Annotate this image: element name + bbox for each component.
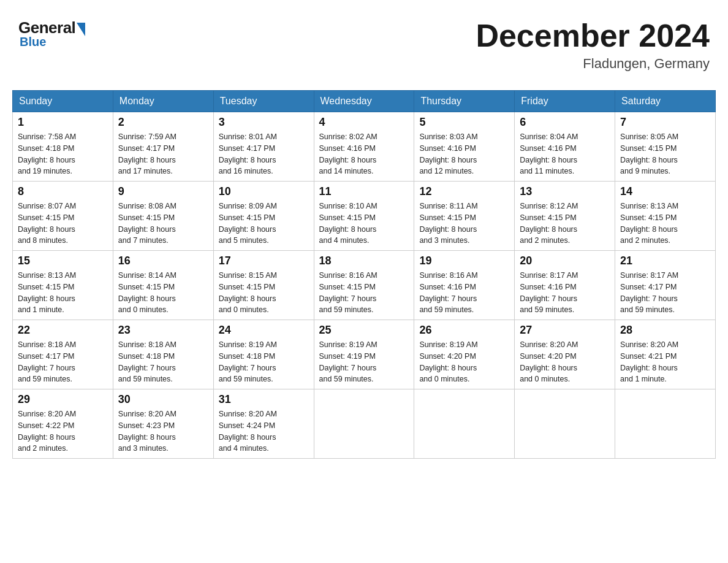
day-info: Sunrise: 8:20 AMSunset: 4:21 PMDaylight:… [620, 339, 710, 385]
calendar-cell: 2Sunrise: 7:59 AMSunset: 4:17 PMDaylight… [113, 112, 213, 182]
day-number: 18 [319, 255, 409, 267]
calendar-cell: 14Sunrise: 8:13 AMSunset: 4:15 PMDayligh… [615, 182, 716, 251]
calendar-cell: 29Sunrise: 8:20 AMSunset: 4:22 PMDayligh… [13, 389, 113, 459]
day-number: 28 [620, 324, 710, 337]
day-number: 2 [118, 116, 208, 129]
day-info: Sunrise: 8:13 AMSunset: 4:15 PMDaylight:… [620, 201, 710, 247]
day-number: 21 [620, 255, 710, 267]
week-row: 8Sunrise: 8:07 AMSunset: 4:15 PMDaylight… [13, 182, 716, 251]
day-of-week-header: Saturday [615, 91, 716, 112]
calendar-cell: 26Sunrise: 8:19 AMSunset: 4:20 PMDayligh… [414, 320, 515, 389]
day-info: Sunrise: 8:08 AMSunset: 4:15 PMDaylight:… [118, 201, 208, 247]
week-row: 15Sunrise: 8:13 AMSunset: 4:15 PMDayligh… [13, 251, 716, 320]
day-info: Sunrise: 8:19 AMSunset: 4:20 PMDaylight:… [419, 339, 509, 385]
logo-triangle-icon [77, 23, 85, 36]
day-number: 19 [419, 255, 509, 267]
day-number: 30 [118, 393, 208, 406]
day-info: Sunrise: 8:07 AMSunset: 4:15 PMDaylight:… [18, 201, 108, 247]
calendar-cell: 9Sunrise: 8:08 AMSunset: 4:15 PMDaylight… [113, 182, 213, 251]
calendar-cell: 12Sunrise: 8:11 AMSunset: 4:15 PMDayligh… [414, 182, 515, 251]
day-info: Sunrise: 8:02 AMSunset: 4:16 PMDaylight:… [319, 131, 409, 177]
calendar-table: SundayMondayTuesdayWednesdayThursdayFrid… [12, 90, 716, 459]
day-info: Sunrise: 8:01 AMSunset: 4:17 PMDaylight:… [219, 131, 309, 177]
location-title: Fladungen, Germany [476, 56, 710, 72]
day-number: 10 [219, 185, 309, 198]
calendar-cell: 16Sunrise: 8:14 AMSunset: 4:15 PMDayligh… [113, 251, 213, 320]
day-number: 17 [219, 255, 309, 267]
calendar-cell: 3Sunrise: 8:01 AMSunset: 4:17 PMDaylight… [213, 112, 314, 182]
day-of-week-header: Monday [113, 91, 213, 112]
calendar-cell: 5Sunrise: 8:03 AMSunset: 4:16 PMDaylight… [414, 112, 515, 182]
day-info: Sunrise: 7:59 AMSunset: 4:17 PMDaylight:… [118, 131, 208, 177]
calendar-cell: 15Sunrise: 8:13 AMSunset: 4:15 PMDayligh… [13, 251, 113, 320]
month-title: December 2024 [476, 18, 710, 53]
calendar-cell: 31Sunrise: 8:20 AMSunset: 4:24 PMDayligh… [213, 389, 314, 459]
calendar-cell: 24Sunrise: 8:19 AMSunset: 4:18 PMDayligh… [213, 320, 314, 389]
calendar-cell: 27Sunrise: 8:20 AMSunset: 4:20 PMDayligh… [515, 320, 615, 389]
day-info: Sunrise: 8:19 AMSunset: 4:19 PMDaylight:… [319, 339, 409, 385]
day-number: 11 [319, 185, 409, 198]
day-info: Sunrise: 8:20 AMSunset: 4:24 PMDaylight:… [219, 408, 309, 454]
page-header: General Blue December 2024 Fladungen, Ge… [12, 12, 716, 78]
day-info: Sunrise: 8:16 AMSunset: 4:16 PMDaylight:… [419, 270, 509, 316]
day-of-week-header: Wednesday [314, 91, 414, 112]
day-number: 20 [520, 255, 610, 267]
day-info: Sunrise: 8:12 AMSunset: 4:15 PMDaylight:… [520, 201, 610, 247]
calendar-cell: 22Sunrise: 8:18 AMSunset: 4:17 PMDayligh… [13, 320, 113, 389]
day-number: 12 [419, 185, 509, 198]
calendar-cell [615, 389, 716, 459]
day-info: Sunrise: 8:14 AMSunset: 4:15 PMDaylight:… [118, 270, 208, 316]
day-number: 5 [419, 116, 509, 129]
day-number: 23 [118, 324, 208, 337]
day-info: Sunrise: 8:10 AMSunset: 4:15 PMDaylight:… [319, 201, 409, 247]
day-number: 3 [219, 116, 309, 129]
logo: General Blue [18, 18, 88, 49]
day-number: 24 [219, 324, 309, 337]
days-of-week-row: SundayMondayTuesdayWednesdayThursdayFrid… [13, 91, 716, 112]
calendar-cell: 19Sunrise: 8:16 AMSunset: 4:16 PMDayligh… [414, 251, 515, 320]
day-of-week-header: Tuesday [213, 91, 314, 112]
day-info: Sunrise: 8:20 AMSunset: 4:20 PMDaylight:… [520, 339, 610, 385]
calendar-cell: 10Sunrise: 8:09 AMSunset: 4:15 PMDayligh… [213, 182, 314, 251]
day-number: 1 [18, 116, 108, 129]
day-number: 27 [520, 324, 610, 337]
title-area: December 2024 Fladungen, Germany [476, 18, 710, 72]
day-number: 16 [118, 255, 208, 267]
day-number: 14 [620, 185, 710, 198]
logo-bottom-text: Blue [20, 35, 46, 49]
day-number: 8 [18, 185, 108, 198]
day-info: Sunrise: 8:03 AMSunset: 4:16 PMDaylight:… [419, 131, 509, 177]
calendar-cell [414, 389, 515, 459]
day-number: 7 [620, 116, 710, 129]
week-row: 22Sunrise: 8:18 AMSunset: 4:17 PMDayligh… [13, 320, 716, 389]
calendar-cell: 7Sunrise: 8:05 AMSunset: 4:15 PMDaylight… [615, 112, 716, 182]
day-number: 25 [319, 324, 409, 337]
calendar-cell: 30Sunrise: 8:20 AMSunset: 4:23 PMDayligh… [113, 389, 213, 459]
day-number: 26 [419, 324, 509, 337]
day-info: Sunrise: 8:20 AMSunset: 4:23 PMDaylight:… [118, 408, 208, 454]
day-info: Sunrise: 8:20 AMSunset: 4:22 PMDaylight:… [18, 408, 108, 454]
day-info: Sunrise: 8:16 AMSunset: 4:15 PMDaylight:… [319, 270, 409, 316]
day-number: 9 [118, 185, 208, 198]
calendar-cell: 8Sunrise: 8:07 AMSunset: 4:15 PMDaylight… [13, 182, 113, 251]
day-number: 13 [520, 185, 610, 198]
day-number: 29 [18, 393, 108, 406]
day-of-week-header: Thursday [414, 91, 515, 112]
day-of-week-header: Sunday [13, 91, 113, 112]
day-of-week-header: Friday [515, 91, 615, 112]
day-info: Sunrise: 8:15 AMSunset: 4:15 PMDaylight:… [219, 270, 309, 316]
day-number: 22 [18, 324, 108, 337]
calendar-cell: 1Sunrise: 7:58 AMSunset: 4:18 PMDaylight… [13, 112, 113, 182]
week-row: 1Sunrise: 7:58 AMSunset: 4:18 PMDaylight… [13, 112, 716, 182]
day-info: Sunrise: 8:13 AMSunset: 4:15 PMDaylight:… [18, 270, 108, 316]
day-info: Sunrise: 8:19 AMSunset: 4:18 PMDaylight:… [219, 339, 309, 385]
day-info: Sunrise: 7:58 AMSunset: 4:18 PMDaylight:… [18, 131, 108, 177]
calendar-cell: 23Sunrise: 8:18 AMSunset: 4:18 PMDayligh… [113, 320, 213, 389]
week-row: 29Sunrise: 8:20 AMSunset: 4:22 PMDayligh… [13, 389, 716, 459]
day-info: Sunrise: 8:09 AMSunset: 4:15 PMDaylight:… [219, 201, 309, 247]
day-number: 31 [219, 393, 309, 406]
calendar-cell: 4Sunrise: 8:02 AMSunset: 4:16 PMDaylight… [314, 112, 414, 182]
calendar-cell [515, 389, 615, 459]
day-number: 6 [520, 116, 610, 129]
day-info: Sunrise: 8:05 AMSunset: 4:15 PMDaylight:… [620, 131, 710, 177]
